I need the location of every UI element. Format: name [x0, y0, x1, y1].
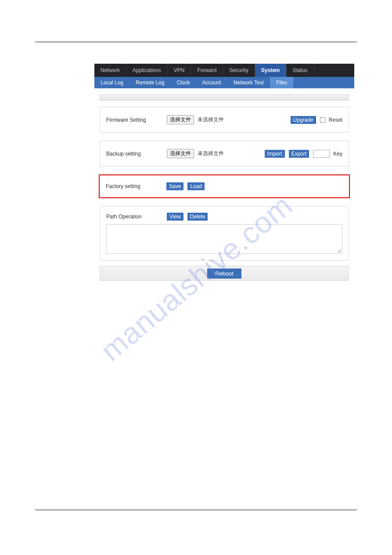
sub-tabs: Local Log Remote Log Clock Account Netwo… — [94, 77, 354, 88]
backup-choose-file-button[interactable]: 选择文件 — [167, 149, 194, 158]
upgrade-button[interactable]: Upgrade — [291, 116, 316, 124]
path-label: Path Operation — [106, 214, 163, 220]
firmware-label: Firmware Setting — [106, 117, 163, 123]
reset-checkbox[interactable] — [320, 117, 325, 123]
content-area: Firmware Setting 选择文件 未选择文件 Upgrade Rese… — [94, 88, 354, 281]
export-button[interactable]: Export — [289, 150, 309, 158]
section-header-bar — [100, 94, 349, 101]
subtab-files[interactable]: Files — [270, 77, 293, 88]
delete-button[interactable]: Delete — [187, 213, 208, 221]
path-panel: Path Operation View Delete — [100, 206, 349, 261]
import-button[interactable]: Import — [265, 150, 285, 158]
tab-network[interactable]: Network — [94, 64, 126, 77]
key-label: Key — [333, 151, 342, 157]
subtab-local-log[interactable]: Local Log — [94, 77, 129, 88]
subtab-clock[interactable]: Clock — [170, 77, 196, 88]
factory-panel: Factory setting Save Load — [99, 174, 350, 198]
backup-label: Backup setting — [106, 151, 163, 157]
firmware-panel: Firmware Setting 选择文件 未选择文件 Upgrade Rese… — [100, 107, 349, 133]
main-tabs: Network Applications VPN Forward Securit… — [94, 64, 354, 77]
resize-handle-icon — [337, 248, 341, 253]
page-top-rule — [35, 42, 357, 42]
tab-forward[interactable]: Forward — [191, 64, 223, 77]
reset-label: Reset — [329, 117, 342, 123]
system-files-app: Network Applications VPN Forward Securit… — [94, 64, 354, 281]
subtab-account[interactable]: Account — [196, 77, 227, 88]
tab-security[interactable]: Security — [223, 64, 255, 77]
factory-load-button[interactable]: Load — [187, 182, 205, 190]
factory-label: Factory setting — [106, 183, 163, 189]
firmware-no-file-text: 未选择文件 — [198, 116, 224, 123]
key-input[interactable] — [313, 150, 330, 158]
tab-vpn[interactable]: VPN — [168, 64, 191, 77]
view-button[interactable]: View — [167, 213, 183, 221]
subtab-network-test[interactable]: Network Test — [227, 77, 270, 88]
reboot-bar: Reboot — [100, 266, 349, 281]
tab-system[interactable]: System — [255, 64, 287, 77]
subtab-remote-log[interactable]: Remote Log — [129, 77, 170, 88]
page-bottom-rule — [35, 510, 357, 510]
firmware-choose-file-button[interactable]: 选择文件 — [167, 115, 194, 124]
tab-applications[interactable]: Applications — [126, 64, 168, 77]
path-textarea[interactable] — [106, 224, 342, 254]
backup-no-file-text: 未选择文件 — [198, 150, 224, 157]
factory-save-button[interactable]: Save — [166, 182, 183, 190]
reboot-button[interactable]: Reboot — [207, 268, 241, 279]
backup-panel: Backup setting 选择文件 未选择文件 Import Export … — [100, 141, 349, 167]
tab-status[interactable]: Status — [287, 64, 314, 77]
